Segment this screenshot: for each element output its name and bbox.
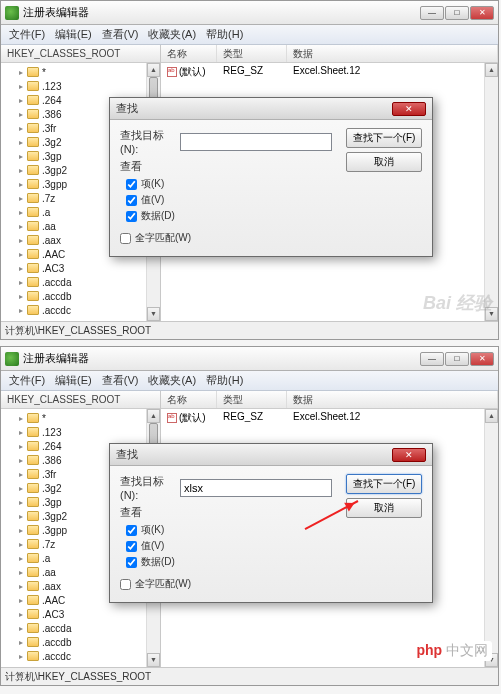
- expand-icon[interactable]: ▸: [17, 208, 25, 217]
- cancel-button[interactable]: 取消: [346, 152, 422, 172]
- col-name[interactable]: 名称: [161, 391, 217, 408]
- chk-values[interactable]: [126, 195, 137, 206]
- dialog-titlebar[interactable]: 查找 ✕: [110, 444, 432, 466]
- menu-view[interactable]: 查看(V): [98, 25, 143, 44]
- expand-icon[interactable]: ▸: [17, 306, 25, 315]
- expand-icon[interactable]: ▸: [17, 222, 25, 231]
- expand-icon[interactable]: ▸: [17, 96, 25, 105]
- expand-icon[interactable]: ▸: [17, 250, 25, 259]
- expand-icon[interactable]: ▸: [17, 236, 25, 245]
- col-name[interactable]: 名称: [161, 45, 217, 62]
- expand-icon[interactable]: ▸: [17, 470, 25, 479]
- scroll-down-icon[interactable]: ▼: [485, 653, 498, 667]
- list-scrollbar[interactable]: ▲ ▼: [484, 409, 498, 667]
- tree-item[interactable]: ▸.123: [5, 425, 160, 439]
- expand-icon[interactable]: ▸: [17, 456, 25, 465]
- expand-icon[interactable]: ▸: [17, 624, 25, 633]
- find-next-button[interactable]: 查找下一个(F): [346, 128, 422, 148]
- col-data[interactable]: 数据: [287, 45, 498, 62]
- menu-favorites[interactable]: 收藏夹(A): [144, 25, 200, 44]
- expand-icon[interactable]: ▸: [17, 484, 25, 493]
- tree-item[interactable]: ▸.accda: [5, 275, 160, 289]
- menu-file[interactable]: 文件(F): [5, 25, 49, 44]
- expand-icon[interactable]: ▸: [17, 610, 25, 619]
- tree-item[interactable]: ▸.accdb: [5, 635, 160, 649]
- expand-icon[interactable]: ▸: [17, 124, 25, 133]
- chk-whole-word[interactable]: [120, 233, 131, 244]
- scroll-down-icon[interactable]: ▼: [147, 653, 160, 667]
- chk-keys[interactable]: [126, 179, 137, 190]
- tree-header[interactable]: HKEY_CLASSES_ROOT: [1, 45, 160, 63]
- menu-edit[interactable]: 编辑(E): [51, 371, 96, 390]
- expand-icon[interactable]: ▸: [17, 498, 25, 507]
- list-scrollbar[interactable]: ▲ ▼: [484, 63, 498, 321]
- scroll-down-icon[interactable]: ▼: [485, 307, 498, 321]
- expand-icon[interactable]: ▸: [17, 638, 25, 647]
- find-target-input[interactable]: [180, 479, 332, 497]
- titlebar[interactable]: 注册表编辑器 — □ ✕: [1, 347, 498, 371]
- scroll-up-icon[interactable]: ▲: [147, 63, 160, 77]
- menu-file[interactable]: 文件(F): [5, 371, 49, 390]
- tree-item[interactable]: ▸.accdc: [5, 303, 160, 317]
- dialog-close-button[interactable]: ✕: [392, 448, 426, 462]
- maximize-button[interactable]: □: [445, 6, 469, 20]
- menu-help[interactable]: 帮助(H): [202, 371, 247, 390]
- find-dialog[interactable]: 查找 ✕ 查找目标(N): 查看 项(K) 值(V) 数据(D) 全字匹配(W)…: [109, 97, 433, 257]
- scroll-up-icon[interactable]: ▲: [485, 409, 498, 423]
- expand-icon[interactable]: ▸: [17, 166, 25, 175]
- expand-icon[interactable]: ▸: [17, 568, 25, 577]
- expand-icon[interactable]: ▸: [17, 68, 25, 77]
- col-type[interactable]: 类型: [217, 45, 287, 62]
- close-button[interactable]: ✕: [470, 352, 494, 366]
- scroll-down-icon[interactable]: ▼: [147, 307, 160, 321]
- menu-favorites[interactable]: 收藏夹(A): [144, 371, 200, 390]
- chk-data[interactable]: [126, 557, 137, 568]
- dialog-close-button[interactable]: ✕: [392, 102, 426, 116]
- expand-icon[interactable]: ▸: [17, 596, 25, 605]
- minimize-button[interactable]: —: [420, 6, 444, 20]
- expand-icon[interactable]: ▸: [17, 582, 25, 591]
- expand-icon[interactable]: ▸: [17, 428, 25, 437]
- expand-icon[interactable]: ▸: [17, 414, 25, 423]
- tree-item[interactable]: ▸.123: [5, 79, 160, 93]
- chk-data[interactable]: [126, 211, 137, 222]
- list-row[interactable]: (默认) REG_SZ Excel.Sheet.12: [161, 63, 498, 81]
- expand-icon[interactable]: ▸: [17, 512, 25, 521]
- expand-icon[interactable]: ▸: [17, 180, 25, 189]
- minimize-button[interactable]: —: [420, 352, 444, 366]
- expand-icon[interactable]: ▸: [17, 292, 25, 301]
- menu-edit[interactable]: 编辑(E): [51, 25, 96, 44]
- list-row[interactable]: (默认) REG_SZ Excel.Sheet.12: [161, 409, 498, 427]
- scroll-up-icon[interactable]: ▲: [147, 409, 160, 423]
- menu-view[interactable]: 查看(V): [98, 371, 143, 390]
- tree-item[interactable]: ▸*: [5, 411, 160, 425]
- tree-item[interactable]: ▸.accdc: [5, 649, 160, 663]
- scroll-up-icon[interactable]: ▲: [485, 63, 498, 77]
- col-type[interactable]: 类型: [217, 391, 287, 408]
- col-data[interactable]: 数据: [287, 391, 498, 408]
- tree-item[interactable]: ▸.AC3: [5, 261, 160, 275]
- close-button[interactable]: ✕: [470, 6, 494, 20]
- titlebar[interactable]: 注册表编辑器 — □ ✕: [1, 1, 498, 25]
- maximize-button[interactable]: □: [445, 352, 469, 366]
- tree-item[interactable]: ▸.AC3: [5, 607, 160, 621]
- tree-item[interactable]: ▸*: [5, 65, 160, 79]
- chk-values[interactable]: [126, 541, 137, 552]
- expand-icon[interactable]: ▸: [17, 442, 25, 451]
- tree-item[interactable]: ▸.accdb: [5, 289, 160, 303]
- find-dialog[interactable]: 查找 ✕ 查找目标(N): 查看 项(K) 值(V) 数据(D) 全字匹配(W)…: [109, 443, 433, 603]
- dialog-titlebar[interactable]: 查找 ✕: [110, 98, 432, 120]
- chk-whole-word[interactable]: [120, 579, 131, 590]
- expand-icon[interactable]: ▸: [17, 152, 25, 161]
- expand-icon[interactable]: ▸: [17, 526, 25, 535]
- menu-help[interactable]: 帮助(H): [202, 25, 247, 44]
- expand-icon[interactable]: ▸: [17, 652, 25, 661]
- expand-icon[interactable]: ▸: [17, 540, 25, 549]
- expand-icon[interactable]: ▸: [17, 194, 25, 203]
- chk-keys[interactable]: [126, 525, 137, 536]
- expand-icon[interactable]: ▸: [17, 82, 25, 91]
- expand-icon[interactable]: ▸: [17, 138, 25, 147]
- find-next-button[interactable]: 查找下一个(F): [346, 474, 422, 494]
- expand-icon[interactable]: ▸: [17, 278, 25, 287]
- expand-icon[interactable]: ▸: [17, 554, 25, 563]
